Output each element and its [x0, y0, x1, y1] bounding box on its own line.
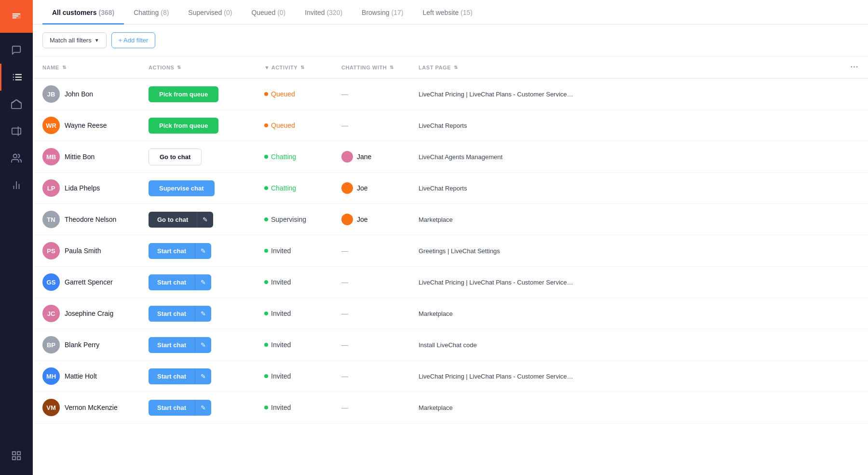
go-to-chat-button[interactable]: Go to chat — [149, 149, 202, 165]
pick-from-queue-button[interactable]: Pick from queue — [149, 86, 218, 102]
table-row: TN Theodore Nelson Go to chat ✎ Supervis… — [33, 204, 868, 235]
name-cell: MH Mattie Holt — [33, 361, 139, 392]
last-page-cell: LiveChat Pricing | LiveChat Plans - Cust… — [409, 361, 841, 392]
tab-left-website[interactable]: Left website (15) — [413, 0, 482, 25]
no-agent: — — [341, 310, 348, 317]
sidebar-team-icon[interactable] — [0, 145, 33, 172]
tab-browsing[interactable]: Browsing (17) — [352, 0, 413, 25]
sort-chatting-icon: ⇅ — [390, 65, 394, 70]
action-cell: Pick from queue — [139, 110, 255, 141]
go-to-chat-button[interactable]: Go to chat — [149, 212, 197, 228]
col-options[interactable]: ··· — [841, 56, 868, 79]
chatting-with-cell: — — [332, 361, 409, 392]
name-cell: TN Theodore Nelson — [33, 204, 139, 235]
agent-name: Joe — [357, 184, 368, 192]
go-to-chat-extra-button[interactable]: ✎ — [197, 212, 213, 228]
sidebar-inbox-icon[interactable] — [0, 91, 33, 118]
sidebar-reports-icon[interactable] — [0, 172, 33, 199]
status-label: Invited — [271, 278, 291, 286]
start-chat-group: Start chat ✎ — [149, 243, 245, 259]
sidebar-ticket-icon[interactable] — [0, 118, 33, 145]
sidebar-list-icon[interactable] — [0, 64, 33, 91]
col-activity[interactable]: ▼ ACTIVITY⇅ — [255, 56, 332, 79]
start-chat-extra-button[interactable]: ✎ — [195, 274, 211, 290]
start-chat-extra-button[interactable]: ✎ — [195, 400, 211, 416]
status-dot — [264, 186, 268, 190]
status-dot — [264, 249, 268, 253]
last-page-cell: Marketplace — [409, 204, 841, 235]
no-agent: — — [341, 122, 348, 129]
table-options-icon[interactable]: ··· — [850, 62, 858, 72]
start-chat-group: Start chat ✎ — [149, 274, 245, 290]
name-cell: LP Lida Phelps — [33, 173, 139, 204]
col-actions[interactable]: ACTIONS⇅ — [139, 56, 255, 79]
customers-table: NAME⇅ ACTIONS⇅ ▼ ACTIVITY⇅ CHATTING WITH… — [33, 56, 868, 423]
customer-name: Mattie Holt — [65, 372, 97, 380]
start-chat-button[interactable]: Start chat — [149, 337, 195, 353]
tab-supervised[interactable]: Supervised (0) — [178, 0, 242, 25]
no-agent: — — [341, 247, 348, 255]
status-label: Queued — [271, 90, 295, 98]
start-chat-extra-button[interactable]: ✎ — [195, 337, 211, 353]
name-cell: BP Blank Perry — [33, 329, 139, 361]
agent-avatar — [341, 151, 353, 163]
start-chat-button[interactable]: Start chat — [149, 400, 195, 416]
table-row: WR Wayne Reese Pick from queue Queued — … — [33, 110, 868, 141]
customer-avatar: JC — [42, 305, 60, 322]
customers-table-container: NAME⇅ ACTIONS⇅ ▼ ACTIVITY⇅ CHATTING WITH… — [33, 56, 868, 475]
status-dot — [264, 217, 268, 221]
start-chat-button[interactable]: Start chat — [149, 243, 195, 259]
status-dot — [264, 406, 268, 409]
filter-bar: Match all filters ▼ + Add filter — [33, 25, 868, 56]
no-agent: — — [341, 341, 348, 349]
start-chat-group: Start chat ✎ — [149, 400, 245, 416]
supervise-chat-button[interactable]: Supervise chat — [149, 180, 215, 196]
status-label: Supervising — [271, 216, 306, 223]
activity-cell: Chatting — [255, 173, 332, 204]
start-chat-extra-button[interactable]: ✎ — [195, 243, 211, 259]
tab-invited[interactable]: Invited (320) — [295, 0, 352, 25]
start-chat-extra-button[interactable]: ✎ — [195, 306, 211, 322]
filter-label: Match all filters — [50, 37, 92, 44]
customer-name: John Bon — [65, 90, 93, 98]
pick-from-queue-button[interactable]: Pick from queue — [149, 118, 218, 134]
sidebar-apps-icon[interactable] — [0, 442, 33, 469]
col-chatting-with[interactable]: CHATTING WITH⇅ — [332, 56, 409, 79]
chatting-with-cell: Joe — [332, 204, 409, 235]
name-cell: JB John Bon — [33, 79, 139, 110]
tab-queued[interactable]: Queued (0) — [242, 0, 295, 25]
tab-all-customers[interactable]: All customers (368) — [42, 0, 124, 25]
activity-cell: Chatting — [255, 141, 332, 173]
sort-name-icon: ⇅ — [62, 65, 67, 70]
svg-rect-15 — [13, 457, 15, 460]
row-options-cell — [841, 267, 868, 298]
start-chat-extra-button[interactable]: ✎ — [195, 368, 211, 384]
customer-avatar: MH — [42, 367, 60, 385]
customer-avatar: VM — [42, 399, 60, 416]
agent-name: Joe — [357, 216, 368, 223]
customer-name: Josephine Craig — [65, 310, 113, 317]
tab-chatting[interactable]: Chatting (8) — [124, 0, 178, 25]
agent-name: Jane — [357, 153, 371, 161]
col-name[interactable]: NAME⇅ — [33, 56, 139, 79]
table-row: JB John Bon Pick from queue Queued — Liv… — [33, 79, 868, 110]
match-all-filters-button[interactable]: Match all filters ▼ — [42, 32, 107, 48]
customer-avatar: JB — [42, 85, 60, 103]
start-chat-button[interactable]: Start chat — [149, 306, 195, 322]
logo[interactable] — [0, 0, 33, 33]
start-chat-button[interactable]: Start chat — [149, 368, 195, 384]
action-cell: Go to chat — [139, 141, 255, 173]
sidebar-chat-icon[interactable] — [0, 37, 33, 64]
agent-cell: Joe — [341, 214, 399, 225]
action-cell: Start chat ✎ — [139, 267, 255, 298]
start-chat-button[interactable]: Start chat — [149, 274, 195, 290]
add-filter-button[interactable]: + Add filter — [111, 32, 156, 48]
activity-cell: Invited — [255, 298, 332, 329]
customer-name: Garrett Spencer — [65, 278, 113, 286]
last-page-cell: Greetings | LiveChat Settings — [409, 235, 841, 267]
customer-avatar: PS — [42, 242, 60, 259]
sidebar-bottom — [0, 442, 33, 469]
action-cell: Start chat ✎ — [139, 235, 255, 267]
col-last-page[interactable]: LAST PAGE⇅ — [409, 56, 841, 79]
chatting-with-cell: — — [332, 329, 409, 361]
